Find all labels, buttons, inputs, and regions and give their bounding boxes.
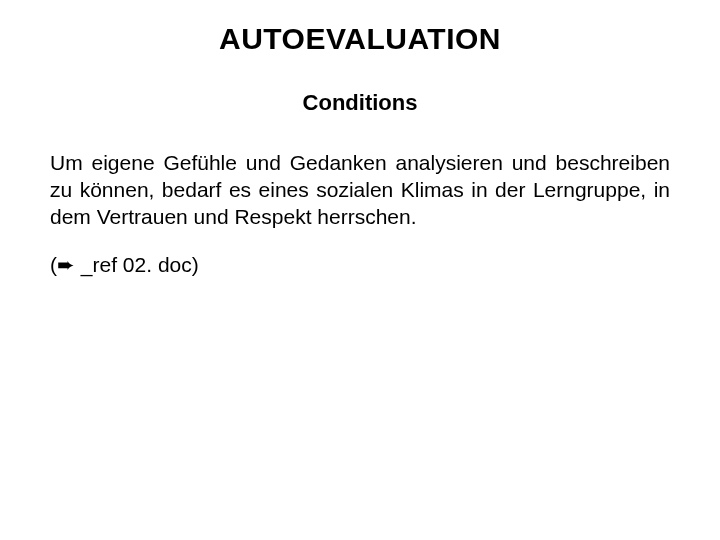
ref-text: _ref 02. doc) [75, 253, 199, 276]
reference-line: (➨ _ref 02. doc) [50, 252, 670, 279]
slide: AUTOEVALUATION Conditions Um eigene Gefü… [0, 0, 720, 540]
arrow-right-icon: ➨ [57, 252, 75, 279]
ref-open-paren: ( [50, 253, 57, 276]
body-paragraph: Um eigene Gefühle und Gedanken analysier… [50, 150, 670, 231]
page-title: AUTOEVALUATION [50, 22, 670, 56]
page-subtitle: Conditions [50, 90, 670, 116]
